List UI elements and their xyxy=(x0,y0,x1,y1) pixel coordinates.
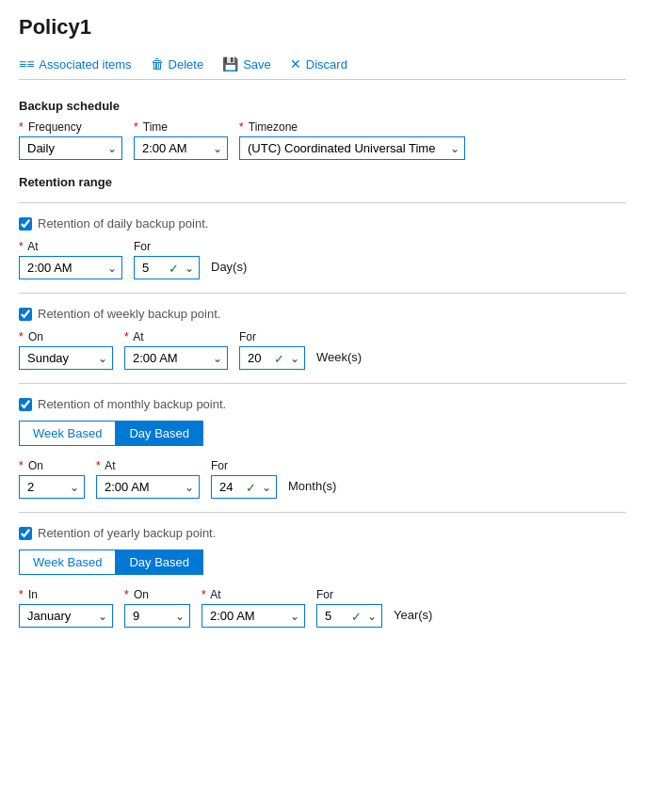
monthly-checkbox[interactable] xyxy=(19,398,32,411)
yearly-checkbox[interactable] xyxy=(19,527,32,540)
discard-icon: ✕ xyxy=(290,56,301,72)
daily-unit: Day(s) xyxy=(211,260,247,279)
time-field: * Time 2:00 AM 3:00 AM xyxy=(134,120,228,160)
monthly-on-select[interactable]: 2 xyxy=(19,475,85,499)
divider-1 xyxy=(19,202,626,203)
yearly-toggle-group: Week Based Day Based xyxy=(19,549,626,575)
weekly-checkbox[interactable] xyxy=(19,308,32,321)
daily-for-field: For 5 ✓ xyxy=(134,240,200,279)
yearly-on-field: * On 9 xyxy=(124,588,190,628)
yearly-at-select[interactable]: 2:00 AM xyxy=(202,604,305,628)
yearly-day-based-button[interactable]: Day Based xyxy=(115,549,203,575)
monthly-week-based-button[interactable]: Week Based xyxy=(19,421,115,446)
monthly-for-select[interactable]: 24 xyxy=(211,475,277,499)
yearly-week-based-button[interactable]: Week Based xyxy=(19,549,115,575)
daily-checkbox-label: Retention of daily backup point. xyxy=(38,216,208,231)
time-select-wrapper: 2:00 AM 3:00 AM xyxy=(134,136,228,160)
monthly-unit: Month(s) xyxy=(288,479,336,499)
timezone-select[interactable]: (UTC) Coordinated Universal Time xyxy=(239,136,465,160)
frequency-field: * Frequency Daily Weekly xyxy=(19,120,122,160)
save-icon: 💾 xyxy=(222,56,238,72)
timezone-select-wrapper: (UTC) Coordinated Universal Time xyxy=(239,136,465,160)
weekly-checkbox-label: Retention of weekly backup point. xyxy=(38,307,220,321)
yearly-unit: Year(s) xyxy=(394,608,432,628)
daily-checkbox-row: Retention of daily backup point. xyxy=(19,216,626,231)
monthly-checkbox-row: Retention of monthly backup point. xyxy=(19,397,626,411)
weekly-checkbox-row: Retention of weekly backup point. xyxy=(19,307,626,321)
yearly-checkbox-label: Retention of yearly backup point. xyxy=(38,526,216,540)
backup-schedule-section: Backup schedule * Frequency Daily Weekly… xyxy=(19,99,626,160)
associated-items-icon: ≡≡ xyxy=(19,56,34,72)
daily-for-select[interactable]: 5 xyxy=(134,256,200,279)
toolbar: ≡≡ Associated items 🗑 Delete 💾 Save ✕ Di… xyxy=(19,49,626,80)
retention-range-title: Retention range xyxy=(19,175,626,189)
yearly-checkbox-row: Retention of yearly backup point. xyxy=(19,526,626,540)
timezone-required: * xyxy=(239,120,244,134)
associated-items-button[interactable]: ≡≡ Associated items xyxy=(19,56,132,72)
weekly-on-field: * On Sunday Monday xyxy=(19,330,113,370)
backup-schedule-title: Backup schedule xyxy=(19,99,626,113)
time-required: * xyxy=(134,120,138,134)
weekly-at-select[interactable]: 2:00 AM xyxy=(124,346,228,370)
yearly-in-field: * In January February xyxy=(19,588,113,628)
delete-button[interactable]: 🗑 Delete xyxy=(151,56,204,72)
weekly-unit: Week(s) xyxy=(316,350,362,370)
page-title: Policy1 xyxy=(19,15,626,40)
yearly-for-select[interactable]: 5 xyxy=(316,604,382,628)
discard-button[interactable]: ✕ Discard xyxy=(290,56,347,72)
divider-3 xyxy=(19,383,626,384)
daily-retention-block: Retention of daily backup point. * At 2:… xyxy=(19,216,626,279)
frequency-select-wrapper: Daily Weekly xyxy=(19,136,122,160)
divider-4 xyxy=(19,512,626,513)
save-button[interactable]: 💾 Save xyxy=(222,56,271,72)
yearly-at-field: * At 2:00 AM xyxy=(202,588,305,628)
daily-at-field: * At 2:00 AM xyxy=(19,240,122,279)
time-select[interactable]: 2:00 AM 3:00 AM xyxy=(134,136,228,160)
timezone-field: * Timezone (UTC) Coordinated Universal T… xyxy=(239,120,465,160)
yearly-retention-block: Retention of yearly backup point. Week B… xyxy=(19,526,626,628)
retention-range-section: Retention range Retention of daily backu… xyxy=(19,175,626,628)
divider-2 xyxy=(19,293,626,294)
monthly-day-based-button[interactable]: Day Based xyxy=(115,421,203,446)
monthly-for-field: For 24 ✓ xyxy=(211,459,277,499)
monthly-toggle-group: Week Based Day Based xyxy=(19,421,626,446)
weekly-on-select[interactable]: Sunday Monday xyxy=(19,346,113,370)
weekly-for-select[interactable]: 20 xyxy=(239,346,305,370)
weekly-for-field: For 20 ✓ xyxy=(239,330,305,370)
monthly-at-select[interactable]: 2:00 AM xyxy=(96,475,200,499)
monthly-checkbox-label: Retention of monthly backup point. xyxy=(38,397,226,411)
yearly-on-select[interactable]: 9 xyxy=(124,604,190,628)
monthly-on-field: * On 2 xyxy=(19,459,85,499)
daily-at-select[interactable]: 2:00 AM xyxy=(19,256,122,279)
frequency-required: * xyxy=(19,120,24,134)
monthly-retention-block: Retention of monthly backup point. Week … xyxy=(19,397,626,499)
yearly-in-select[interactable]: January February xyxy=(19,604,113,628)
weekly-retention-block: Retention of weekly backup point. * On S… xyxy=(19,307,626,370)
monthly-at-field: * At 2:00 AM xyxy=(96,459,200,499)
delete-icon: 🗑 xyxy=(151,56,164,72)
yearly-for-field: For 5 ✓ xyxy=(316,588,382,628)
frequency-select[interactable]: Daily Weekly xyxy=(19,136,122,160)
daily-checkbox[interactable] xyxy=(19,217,32,231)
weekly-at-field: * At 2:00 AM xyxy=(124,330,228,370)
